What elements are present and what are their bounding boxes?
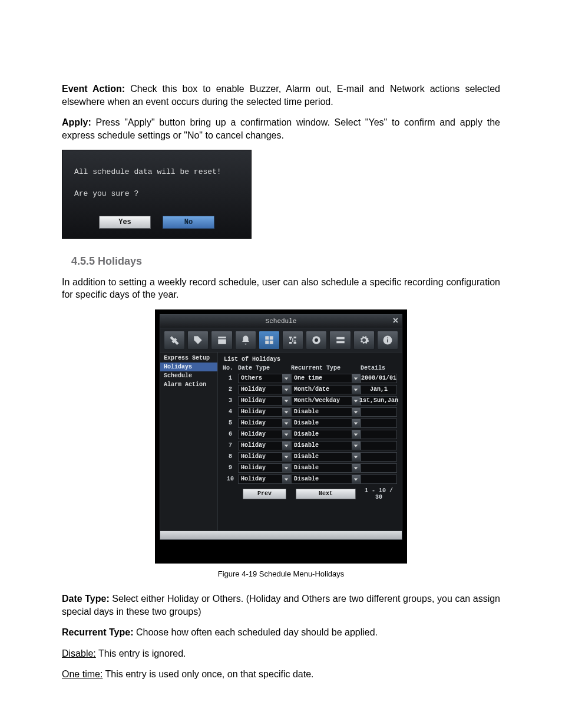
- document-page: Event Action: Check this box to enable B…: [0, 0, 562, 728]
- term-disable: Disable:: [62, 648, 96, 658]
- calendar-icon[interactable]: [211, 331, 232, 350]
- recurrent-type-select[interactable]: Disable: [291, 463, 361, 473]
- chevron-down-icon: [352, 374, 360, 383]
- window-title: Schedule: [266, 318, 297, 325]
- date-type-value: Others: [239, 375, 282, 381]
- info-icon[interactable]: [377, 331, 398, 350]
- row-number: 2: [223, 386, 238, 393]
- tools-icon[interactable]: [164, 331, 185, 350]
- details-cell[interactable]: [361, 407, 397, 417]
- main-panel: List of Holidays No. Date Type Recurrent…: [218, 353, 402, 531]
- date-type-select[interactable]: Others: [238, 374, 291, 383]
- status-bar: [160, 531, 402, 539]
- date-type-value: Holiday: [239, 409, 282, 415]
- date-type-select[interactable]: Holiday: [238, 407, 291, 417]
- holiday-row: 9HolidayDisable: [223, 463, 397, 473]
- sidebar-item-holidays[interactable]: Holidays: [160, 363, 217, 371]
- chevron-down-icon: [282, 408, 290, 416]
- row-number: 5: [223, 420, 238, 426]
- schedule-window: Schedule × Express SetupHolidaysSchedule…: [160, 314, 402, 540]
- date-type-select[interactable]: Holiday: [238, 385, 291, 394]
- holiday-row: 7HolidayDisable: [223, 441, 397, 450]
- recurrent-type-select[interactable]: Disable: [291, 441, 361, 450]
- confirm-button-row: Yes No: [74, 216, 239, 229]
- details-cell[interactable]: [361, 430, 397, 439]
- line-one-time: One time: This entry is used only once, …: [62, 668, 500, 681]
- date-type-select[interactable]: Holiday: [238, 452, 291, 462]
- recurrent-type-select[interactable]: Disable: [291, 430, 361, 439]
- recurrent-type-select[interactable]: Disable: [291, 407, 361, 417]
- recurrent-type-select[interactable]: One time: [291, 374, 361, 383]
- chevron-down-icon: [352, 475, 360, 483]
- svg-point-1: [315, 338, 318, 342]
- recurrent-type-value: Disable: [292, 442, 352, 449]
- confirm-line-1: All schedule data will be reset!: [74, 167, 239, 177]
- confirm-line-2: Are you sure ?: [74, 189, 239, 199]
- details-cell[interactable]: [361, 441, 397, 450]
- details-cell[interactable]: [361, 452, 397, 462]
- date-type-select[interactable]: Holiday: [238, 396, 291, 406]
- paragraph-recurrent-type: Recurrent Type: Choose how often each sc…: [62, 626, 500, 639]
- storage-icon[interactable]: [329, 331, 351, 350]
- sidebar-item-express-setup[interactable]: Express Setup: [160, 354, 217, 363]
- prev-button[interactable]: Prev: [243, 489, 286, 499]
- window-body: Express SetupHolidaysScheduleAlarm Actio…: [160, 353, 402, 531]
- date-type-select[interactable]: Holiday: [238, 430, 291, 439]
- sidebar-item-alarm-action[interactable]: Alarm Action: [160, 380, 217, 389]
- recurrent-type-value: Month/date: [292, 386, 352, 393]
- chevron-down-icon: [352, 397, 360, 405]
- next-button[interactable]: Next: [296, 489, 356, 499]
- sidebar-item-schedule[interactable]: Schedule: [160, 371, 217, 380]
- section-number: 4.5.5: [71, 255, 95, 267]
- chevron-down-icon: [352, 408, 360, 416]
- date-type-value: Holiday: [239, 420, 282, 426]
- recurrent-type-select[interactable]: Month/Weekday: [291, 396, 361, 406]
- toolbar: [160, 328, 402, 353]
- date-type-select[interactable]: Holiday: [238, 441, 291, 450]
- gear-icon[interactable]: [353, 331, 375, 350]
- date-type-select[interactable]: Holiday: [238, 419, 291, 428]
- recurrent-type-value: Disable: [292, 465, 352, 471]
- label-recurrent-type: Recurrent Type:: [62, 627, 134, 637]
- details-cell[interactable]: [361, 475, 397, 484]
- row-number: 4: [223, 409, 238, 415]
- row-number: 7: [223, 442, 238, 449]
- bell-icon[interactable]: [235, 331, 256, 350]
- recurrent-type-select[interactable]: Disable: [291, 452, 361, 462]
- date-type-select[interactable]: Holiday: [238, 475, 291, 484]
- no-button[interactable]: No: [163, 216, 214, 229]
- chevron-down-icon: [352, 464, 360, 472]
- holiday-row: 3HolidayMonth/Weekday1st,Sun,Jan: [223, 396, 397, 406]
- recurrent-type-value: Disable: [292, 420, 352, 426]
- date-type-select[interactable]: Holiday: [238, 463, 291, 473]
- recurrent-type-select[interactable]: Disable: [291, 419, 361, 428]
- row-number: 10: [223, 476, 238, 482]
- holiday-row: 1OthersOne time2008/01/01: [223, 374, 397, 383]
- text-disable: This entry is ignored.: [96, 648, 186, 658]
- date-type-value: Holiday: [239, 397, 282, 404]
- col-recurrent-type: Recurrent Type: [291, 365, 361, 371]
- recurrent-type-value: Disable: [292, 476, 352, 482]
- details-cell[interactable]: [361, 419, 397, 428]
- details-cell[interactable]: Jan,1: [361, 385, 397, 394]
- svg-rect-3: [387, 339, 388, 342]
- chevron-down-icon: [282, 397, 290, 405]
- yes-button[interactable]: Yes: [99, 216, 151, 229]
- camera-icon[interactable]: [306, 331, 327, 350]
- close-icon[interactable]: ×: [393, 316, 398, 325]
- schedule-window-wrapper: Schedule × Express SetupHolidaysSchedule…: [155, 309, 407, 564]
- details-cell[interactable]: 1st,Sun,Jan: [361, 396, 397, 406]
- details-cell[interactable]: 2008/01/01: [361, 374, 397, 383]
- recurrent-type-select[interactable]: Month/date: [291, 385, 361, 394]
- tag-icon[interactable]: [187, 331, 209, 350]
- row-number: 6: [223, 431, 238, 437]
- chevron-down-icon: [282, 475, 290, 483]
- recurrent-type-select[interactable]: Disable: [291, 475, 361, 484]
- layout-icon[interactable]: [259, 331, 280, 350]
- holiday-row: 8HolidayDisable: [223, 452, 397, 462]
- details-cell[interactable]: [361, 463, 397, 473]
- paragraph-apply: Apply: Press "Apply" button bring up a c…: [62, 116, 500, 141]
- date-type-value: Holiday: [239, 442, 282, 449]
- title-bar: Schedule ×: [160, 315, 402, 328]
- network-icon[interactable]: [282, 331, 303, 350]
